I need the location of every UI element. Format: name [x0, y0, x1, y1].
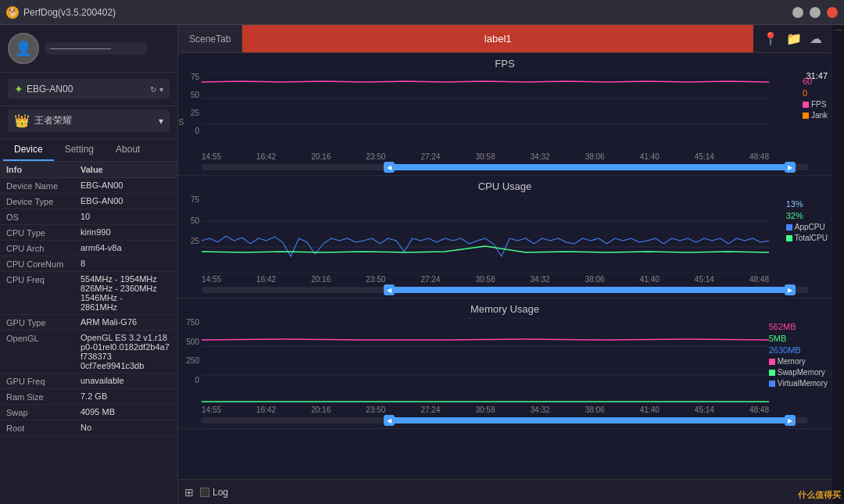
log-toggle[interactable]: Log: [200, 487, 228, 498]
row-key: Root: [6, 423, 80, 433]
app-chevron-icon[interactable]: ▾: [159, 116, 163, 127]
mem-value-virtual: 2630MB: [769, 345, 828, 355]
info-table: Info Value Device Name EBG-AN00 Device T…: [0, 162, 177, 504]
cpu-legend-app: AppCPU: [786, 223, 828, 231]
right-sidebar-indicator: │: [835, 28, 842, 32]
row-value: arm64-v8a: [80, 243, 171, 252]
app-name: 王者荣耀: [34, 114, 154, 127]
memory-chart-container: Memory Usage 7505002500 562MB 5MB 2630MB: [178, 298, 831, 429]
cpu-value-app: 13%: [786, 199, 828, 209]
row-key: OS: [6, 212, 80, 222]
device-selector[interactable]: ✦ EBG-AN00 ↻ ▾: [0, 73, 177, 106]
header-value: Value: [80, 165, 171, 174]
device-tabs: Device Setting About: [0, 139, 177, 162]
row-value: 10: [80, 212, 171, 221]
fps-chart-title: FPS: [178, 56, 831, 71]
row-value: kirin990: [80, 227, 171, 237]
row-key: Device Name: [6, 181, 80, 191]
log-checkbox[interactable]: [200, 488, 209, 497]
fps-y-axis: 7550250: [180, 73, 199, 135]
row-key: CPU Freq: [6, 274, 80, 284]
memory-chart-svg: [202, 318, 769, 404]
memory-x-axis: 14:5516:4220:1623:5027:2430:5834:3238:06…: [202, 404, 769, 416]
app-selector[interactable]: 👑 王者荣耀 ▾: [0, 106, 177, 139]
row-value: 8: [80, 259, 171, 268]
cpu-legend-total: TotalCPU: [786, 234, 828, 242]
profile-section: 👤 ──────────: [0, 25, 177, 73]
fps-chart-svg: [202, 73, 769, 151]
row-value: ARM Mali-G76: [80, 317, 171, 327]
table-row: Device Type EBG-AN00: [0, 194, 177, 209]
fps-legend-jank: Jank: [803, 111, 828, 120]
tab-device[interactable]: Device: [3, 139, 54, 161]
minimize-button[interactable]: [792, 7, 803, 18]
fps-scroll-right-handle[interactable]: ▶: [785, 162, 796, 173]
tab-about[interactable]: About: [105, 139, 151, 161]
memory-scrollbar[interactable]: ◀ ▶: [202, 417, 808, 424]
location-icon[interactable]: 📍: [763, 31, 778, 46]
device-row[interactable]: ✦ EBG-AN00 ↻ ▾: [8, 79, 170, 99]
memory-legend: 562MB 5MB 2630MB Memory SwapMemory: [769, 322, 828, 388]
row-key: Swap: [6, 407, 80, 417]
mem-scroll-left-handle[interactable]: ◀: [384, 415, 395, 426]
main-layout: 👤 ────────── ✦ EBG-AN00 ↻ ▾ 👑 王者荣耀 ▾: [0, 25, 844, 504]
row-value: 7.2 GB: [80, 391, 171, 401]
right-sidebar: │: [831, 25, 844, 504]
table-row: CPU Type kirin990: [0, 225, 177, 241]
refresh-icon[interactable]: ↻: [150, 85, 156, 94]
device-name: EBG-AN00: [27, 84, 147, 95]
cpu-chart-svg: [202, 195, 769, 273]
row-value: 554MHz - 1954MHz 826MHz - 2360MHz 1546MH…: [80, 274, 171, 312]
memory-chart-area: 7505002500 562MB 5MB 2630MB Memory: [202, 318, 769, 404]
cpu-chart-container: CPU Usage 755025 13% 32% AppCPU: [178, 176, 831, 298]
device-connected-icon: ✦: [14, 83, 23, 95]
fps-value-0: 0: [803, 88, 828, 98]
row-key: OpenGL: [6, 333, 80, 343]
table-row: CPU Freq 554MHz - 1954MHz 826MHz - 2360M…: [0, 272, 177, 315]
folder-icon[interactable]: 📁: [786, 31, 802, 46]
row-value: EBG-AN00: [80, 181, 171, 190]
app-row[interactable]: 👑 王者荣耀 ▾: [8, 109, 170, 132]
cpu-y-axis: 755025: [180, 195, 199, 258]
cpu-chart-title: CPU Usage: [178, 179, 831, 194]
tab-setting[interactable]: Setting: [54, 139, 105, 161]
mem-legend-virtual: VirtualMemory: [769, 379, 828, 388]
charts-area: FPS FPS 7550250 31:47 60 0: [178, 53, 831, 479]
table-row: Device Name EBG-AN00: [0, 178, 177, 194]
sidebar: 👤 ────────── ✦ EBG-AN00 ↻ ▾ 👑 王者荣耀 ▾: [0, 25, 178, 504]
row-key: CPU CoreNum: [6, 259, 80, 269]
mem-legend-swap: SwapMemory: [769, 368, 828, 377]
fps-legend-fps: FPS: [803, 100, 828, 109]
watermark: 什么值得买: [798, 489, 841, 501]
table-row: OS 10: [0, 209, 177, 225]
row-key: CPU Type: [6, 227, 80, 238]
expand-icon[interactable]: ⊞: [184, 486, 194, 499]
cpu-scroll-right-handle[interactable]: ▶: [785, 284, 796, 295]
table-row: CPU CoreNum 8: [0, 256, 177, 272]
cpu-scrollbar[interactable]: ◀ ▶: [202, 287, 808, 293]
maximize-button[interactable]: [810, 7, 821, 18]
close-button[interactable]: [827, 7, 838, 18]
row-key: CPU Arch: [6, 243, 80, 253]
titlebar-title: PerfDog(v3.5.200402): [23, 7, 792, 18]
row-key: Device Type: [6, 196, 80, 206]
fps-legend: 60 0 FPS Jank: [803, 77, 828, 120]
chevron-down-icon[interactable]: ▾: [159, 85, 163, 94]
right-panel: SceneTab label1 📍 📁 ☁ ⏸ FPS FPS 7550250: [178, 25, 831, 504]
fps-scrollbar[interactable]: ◀ ▶: [202, 164, 808, 170]
header-info: Info: [6, 165, 80, 174]
cpu-value-total: 32%: [786, 211, 828, 220]
mem-legend-memory: Memory: [769, 357, 828, 366]
table-row: Swap 4095 MB: [0, 405, 177, 420]
log-label: Log: [213, 487, 228, 498]
row-key: GPU Type: [6, 317, 80, 327]
scene-tab-icons: 📍 📁 ☁: [753, 31, 831, 46]
row-value: 4095 MB: [80, 407, 171, 416]
cloud-icon[interactable]: ☁: [810, 31, 822, 46]
fps-scroll-left-handle[interactable]: ◀: [384, 162, 395, 173]
table-row: GPU Freq unavailable: [0, 374, 177, 389]
mem-scroll-right-handle[interactable]: ▶: [785, 415, 796, 426]
cpu-scroll-left-handle[interactable]: ◀: [384, 284, 395, 295]
profile-name: ──────────: [45, 42, 147, 55]
device-action-icons: ↻ ▾: [150, 85, 163, 94]
